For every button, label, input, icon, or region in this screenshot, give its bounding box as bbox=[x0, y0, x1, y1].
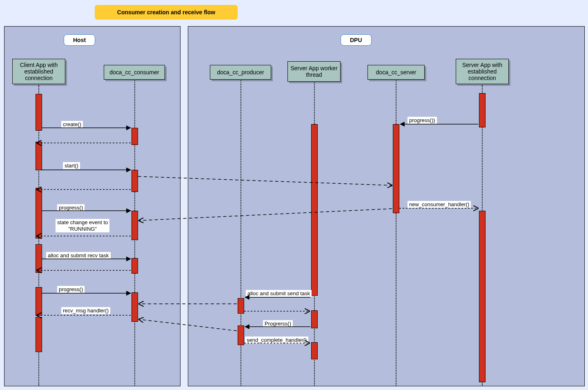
activation bbox=[131, 292, 138, 322]
activation bbox=[311, 342, 318, 359]
msg-progress-right: progress()) bbox=[408, 117, 437, 124]
activation bbox=[131, 170, 138, 192]
activation bbox=[36, 94, 42, 131]
activation bbox=[131, 258, 138, 274]
participant-consumer: doca_cc_consumer bbox=[104, 65, 165, 80]
group-host-label: Host bbox=[64, 34, 95, 46]
activation bbox=[131, 128, 138, 145]
group-dpu-label: DPU bbox=[341, 34, 372, 46]
participant-worker: Server App worker thread bbox=[287, 61, 341, 82]
participant-client-app: Client App with established connection bbox=[12, 59, 65, 84]
activation bbox=[36, 244, 42, 273]
msg-send-complete: send_complete_handler() bbox=[245, 337, 308, 343]
group-dpu bbox=[188, 26, 585, 386]
activation bbox=[131, 211, 138, 240]
msg-create: create() bbox=[61, 121, 83, 128]
participant-server-app: Server App with established connection bbox=[456, 59, 509, 84]
msg-progress2: progress() bbox=[57, 286, 85, 293]
activation bbox=[36, 188, 42, 238]
diagram-title: Consumer creation and receive flow bbox=[95, 5, 238, 20]
msg-recv-msg: recv_msg handler() bbox=[61, 307, 110, 314]
activation bbox=[311, 124, 318, 296]
activation bbox=[311, 310, 318, 328]
participant-server: doca_cc_server bbox=[368, 65, 425, 80]
msg-alloc-recv: alloc and submit recv task bbox=[46, 252, 111, 259]
activation bbox=[36, 142, 42, 170]
activation bbox=[479, 211, 486, 382]
msg-alloc-send: alloc and submit send task bbox=[246, 290, 312, 297]
activation bbox=[36, 287, 42, 316]
activation bbox=[36, 317, 42, 352]
participant-producer: doca_cc_producer bbox=[210, 65, 271, 80]
msg-new-consumer: new_consumer_handler() bbox=[408, 201, 471, 208]
activation bbox=[393, 124, 399, 213]
msg-start: start() bbox=[63, 162, 80, 169]
activation bbox=[238, 298, 244, 314]
msg-progress1: progress() bbox=[57, 204, 85, 211]
activation bbox=[479, 93, 486, 127]
activation bbox=[238, 325, 244, 345]
msg-progrerss: Progrerss() bbox=[263, 320, 293, 327]
msg-state-change: state change event to"RUNNING" bbox=[56, 219, 109, 232]
